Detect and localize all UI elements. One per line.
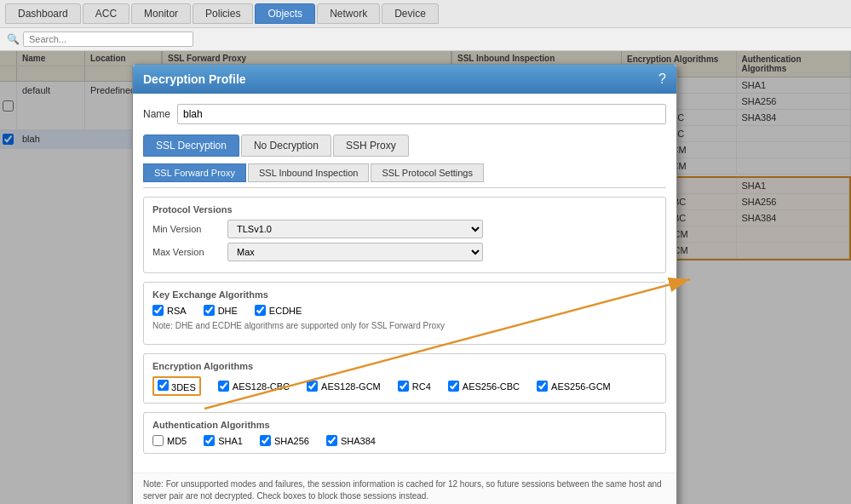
checkbox-rc4[interactable]: RC4 (398, 376, 431, 396)
checkbox-sha256-input[interactable] (260, 435, 271, 446)
name-input[interactable] (177, 104, 666, 124)
modal-sub-tabs: SSL Forward Proxy SSL Inbound Inspection… (143, 163, 666, 188)
auth-checkboxes: MD5 SHA1 SHA256 SHA384 (152, 435, 657, 446)
nav-tab-objects[interactable]: Objects (255, 3, 315, 24)
checkbox-sha256-label: SHA256 (274, 436, 309, 446)
sub-tab-ssl-protocol[interactable]: SSL Protocol Settings (371, 163, 484, 182)
top-navigation: Dashboard ACC Monitor Policies Objects N… (0, 0, 851, 28)
3des-highlighted: 3DES (152, 376, 201, 396)
checkbox-sha256[interactable]: SHA256 (260, 435, 309, 446)
name-row: Name (143, 104, 666, 124)
checkbox-rsa[interactable]: RSA (152, 305, 187, 316)
min-version-row: Min Version TLSv1.0 TLSv1.1 TLSv1.2 TLSv… (152, 220, 657, 238)
checkbox-3des-label: 3DES (171, 382, 196, 392)
nav-tab-network[interactable]: Network (317, 3, 380, 24)
key-exchange-note: Note: DHE and ECDHE algorithms are suppo… (152, 321, 657, 330)
checkbox-rsa-input[interactable] (152, 305, 164, 316)
modal-tab-no-decryption[interactable]: No Decryption (241, 135, 331, 157)
checkbox-aes256cbc-input[interactable] (448, 381, 459, 392)
checkbox-aes256gcm[interactable]: AES256-GCM (537, 376, 611, 396)
key-exchange-section: Key Exchange Algorithms RSA DHE ECDHE (143, 282, 666, 345)
decryption-profile-modal: Decryption Profile ? Name SSL Decryption… (132, 64, 677, 504)
checkbox-aes256gcm-label: AES256-GCM (551, 381, 611, 392)
checkbox-aes256gcm-input[interactable] (537, 381, 548, 392)
checkbox-rc4-input[interactable] (398, 381, 409, 392)
auth-title: Authentication Algorithms (152, 420, 657, 430)
auth-section: Authentication Algorithms MD5 SHA1 SHA25… (143, 412, 666, 454)
checkbox-md5-input[interactable] (152, 435, 164, 446)
protocol-versions-title: Protocol Versions (152, 204, 657, 215)
main-content: Name Location SSL Forward Proxy SSL Inbo… (0, 51, 851, 504)
checkbox-rc4-label: RC4 (412, 381, 431, 392)
search-input[interactable] (23, 32, 193, 47)
checkbox-aes128cbc-input[interactable] (218, 381, 229, 392)
checkbox-aes128gcm-label: AES128-GCM (321, 381, 381, 392)
checkbox-ecdhe[interactable]: ECDHE (255, 305, 302, 316)
checkbox-aes128gcm-input[interactable] (307, 381, 318, 392)
nav-tab-device[interactable]: Device (382, 3, 439, 24)
nav-tab-acc[interactable]: ACC (83, 3, 129, 24)
checkbox-ecdhe-label: ECDHE (269, 306, 302, 316)
checkbox-rsa-label: RSA (167, 306, 187, 316)
modal-title: Decryption Profile (143, 72, 246, 86)
encryption-section: Encryption Algorithms 3DES AES128-CBC (143, 353, 666, 404)
checkbox-ecdhe-input[interactable] (255, 305, 266, 316)
checkbox-sha1-label: SHA1 (218, 436, 243, 446)
checkbox-aes128cbc-label: AES128-CBC (233, 381, 290, 392)
encryption-checkboxes: 3DES AES128-CBC AES128-GCM RC4 (152, 376, 657, 396)
key-exchange-title: Key Exchange Algorithms (152, 289, 657, 300)
protocol-versions-section: Protocol Versions Min Version TLSv1.0 TL… (143, 197, 666, 273)
search-bar: 🔍 (0, 28, 851, 51)
checkbox-dhe-input[interactable] (204, 305, 215, 316)
nav-tab-dashboard[interactable]: Dashboard (5, 3, 81, 24)
modal-body: Name SSL Decryption No Decryption SSH Pr… (133, 94, 676, 472)
checkbox-sha384[interactable]: SHA384 (326, 435, 376, 446)
checkbox-aes128cbc[interactable]: AES128-CBC (218, 376, 290, 396)
checkbox-aes128gcm[interactable]: AES128-GCM (307, 376, 381, 396)
sub-tab-ssl-forward-proxy[interactable]: SSL Forward Proxy (143, 163, 246, 182)
checkbox-md5[interactable]: MD5 (152, 435, 187, 446)
modal-main-tabs: SSL Decryption No Decryption SSH Proxy (143, 135, 666, 157)
checkbox-aes256cbc-label: AES256-CBC (463, 381, 520, 392)
checkbox-aes256cbc[interactable]: AES256-CBC (448, 376, 520, 396)
checkbox-sha1[interactable]: SHA1 (204, 435, 243, 446)
encryption-title: Encryption Algorithms (152, 361, 657, 371)
max-version-select[interactable]: Max TLSv1.0 TLSv1.1 TLSv1.2 (227, 243, 483, 261)
modal-header: Decryption Profile ? (133, 65, 676, 94)
checkbox-sha384-input[interactable] (326, 435, 337, 446)
checkbox-3des[interactable]: 3DES (152, 376, 201, 396)
min-version-select[interactable]: TLSv1.0 TLSv1.1 TLSv1.2 TLSv1.3 (227, 220, 483, 238)
name-label: Name (143, 108, 170, 120)
checkbox-dhe-label: DHE (218, 306, 238, 316)
checkbox-3des-input[interactable] (158, 380, 169, 391)
search-icon: 🔍 (7, 33, 20, 45)
modal-tab-ssl-decryption[interactable]: SSL Decryption (143, 135, 239, 157)
modal-tab-ssh-proxy[interactable]: SSH Proxy (333, 135, 409, 157)
sub-tab-ssl-inbound[interactable]: SSL Inbound Inspection (248, 163, 369, 182)
checkbox-md5-label: MD5 (167, 436, 187, 446)
modal-close-button[interactable]: ? (658, 72, 666, 87)
key-exchange-checkboxes: RSA DHE ECDHE (152, 305, 657, 316)
checkbox-dhe[interactable]: DHE (204, 305, 238, 316)
min-version-label: Min Version (152, 224, 221, 234)
max-version-label: Max Version (152, 247, 221, 257)
max-version-row: Max Version Max TLSv1.0 TLSv1.1 TLSv1.2 (152, 243, 657, 261)
modal-footer-note: Note: For unsupported modes and failures… (133, 472, 676, 504)
nav-tab-policies[interactable]: Policies (193, 3, 253, 24)
checkbox-sha1-input[interactable] (204, 435, 215, 446)
checkbox-sha384-label: SHA384 (341, 436, 376, 446)
nav-tab-monitor[interactable]: Monitor (131, 3, 191, 24)
